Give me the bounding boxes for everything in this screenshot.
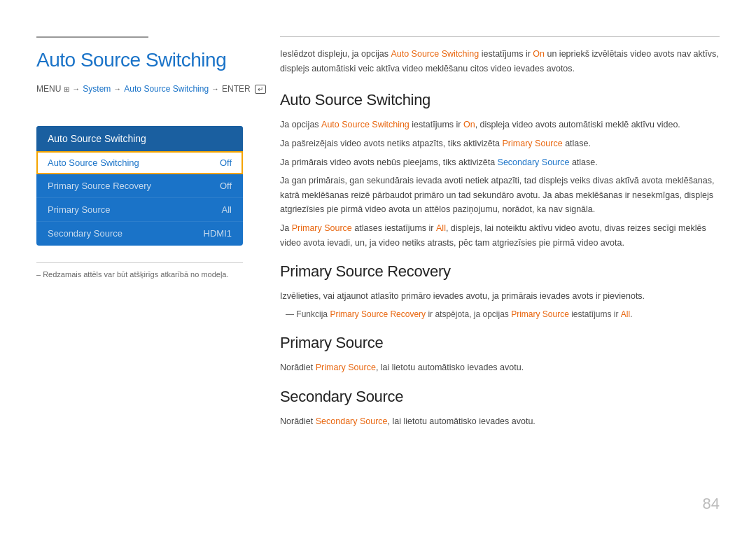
menu-item-primary-recovery[interactable]: Primary Source Recovery Off — [36, 174, 243, 198]
left-panel: Auto Source Switching Auto Source Switch… — [36, 126, 243, 279]
section-primary-recovery-title: Primary Source Recovery — [280, 262, 720, 281]
menu-box: Auto Source Switching Auto Source Switch… — [36, 126, 243, 246]
section-primary-source-title: Primary Source — [280, 334, 720, 352]
p5-highlight-1: Primary Source — [292, 223, 352, 233]
p2-highlight-1: Primary Source — [503, 139, 563, 148]
intro-highlight-1: Auto Source Switching — [391, 49, 479, 59]
menu-item-primary-recovery-label: Primary Source Recovery — [48, 181, 151, 191]
note-highlight-3: All — [621, 309, 630, 319]
menu-item-auto-source-label: Auto Source Switching — [48, 157, 139, 168]
section-auto-source-p2: Ja pašreizējais video avots netiks atpaz… — [280, 136, 720, 151]
section-primary-recovery-p1: Izvēlieties, vai atjaunot atlasīto primā… — [280, 289, 720, 304]
intro-highlight-2: On — [533, 49, 545, 59]
note-highlight-1: Primary Source Recovery — [330, 309, 426, 319]
section-auto-source-title: Auto Source Switching — [280, 91, 720, 109]
section-secondary-source-p1: Norādiet Secondary Source, lai lietotu a… — [280, 414, 720, 429]
section-secondary-source: Secondary Source Norādiet Secondary Sour… — [280, 388, 720, 429]
p5-highlight-2: All — [436, 223, 446, 233]
footnote: – Redzamais attēls var būt atšķirīgs atk… — [36, 262, 243, 279]
section-auto-source-p4: Ja gan primārais, gan sekundārais ievada… — [280, 174, 720, 217]
page-number: 84 — [703, 495, 720, 513]
section-primary-source: Primary Source Norādiet Primary Source, … — [280, 334, 720, 375]
p1-highlight-2: On — [463, 120, 475, 129]
menu-item-auto-source-value: Off — [220, 157, 232, 168]
arrow-2: → — [113, 85, 121, 93]
section-auto-source: Auto Source Switching Ja opcijas Auto So… — [280, 91, 720, 250]
menu-icon: ⊞ — [64, 85, 69, 93]
menu-item-primary-source-label: Primary Source — [48, 204, 111, 215]
breadcrumb-section: Auto Source Switching — [124, 84, 209, 94]
ss-highlight-1: Secondary Source — [316, 416, 388, 426]
section-auto-source-p5: Ja Primary Source atlases iestatījums ir… — [280, 221, 720, 250]
menu-item-auto-source[interactable]: Auto Source Switching Off — [36, 151, 243, 174]
menu-item-secondary-source-value: HDMI1 — [204, 228, 232, 239]
section-primary-recovery: Primary Source Recovery Izvēlieties, vai… — [280, 262, 720, 321]
p3-highlight-1: Secondary Source — [498, 157, 570, 167]
section-auto-source-p1: Ja opcijas Auto Source Switching iestatī… — [280, 118, 720, 132]
arrow-1: → — [72, 85, 80, 93]
note-highlight-2: Primary Source — [511, 309, 569, 319]
top-rule-right — [280, 36, 720, 37]
top-rule-left — [36, 36, 148, 38]
ps-highlight-1: Primary Source — [316, 363, 376, 372]
right-content: Ieslēdzot displeju, ja opcijas Auto Sour… — [280, 36, 720, 441]
arrow-3: → — [211, 85, 219, 93]
breadcrumb-system: System — [83, 84, 111, 94]
menu-item-primary-source-value: All — [222, 204, 232, 215]
section-primary-source-p1: Norādiet Primary Source, lai lietotu aut… — [280, 360, 720, 375]
enter-icon: ↵ — [255, 85, 266, 94]
section-primary-recovery-note: Funkcija Primary Source Recovery ir atsp… — [280, 308, 720, 321]
section-auto-source-p3: Ja primārais video avots nebūs pieejams,… — [280, 155, 720, 170]
menu-item-primary-source[interactable]: Primary Source All — [36, 198, 243, 222]
p1-highlight-1: Auto Source Switching — [321, 120, 410, 129]
breadcrumb-enter: ENTER — [222, 84, 251, 94]
menu-items: Auto Source Switching Off Primary Source… — [36, 151, 243, 246]
menu-box-title: Auto Source Switching — [36, 126, 243, 151]
menu-item-secondary-source-label: Secondary Source — [48, 228, 122, 239]
intro-text: Ieslēdzot displeju, ja opcijas Auto Sour… — [280, 47, 720, 76]
breadcrumb-menu: MENU — [36, 84, 61, 94]
menu-item-secondary-source[interactable]: Secondary Source HDMI1 — [36, 222, 243, 246]
menu-item-primary-recovery-value: Off — [220, 181, 232, 191]
section-secondary-source-title: Secondary Source — [280, 388, 720, 406]
